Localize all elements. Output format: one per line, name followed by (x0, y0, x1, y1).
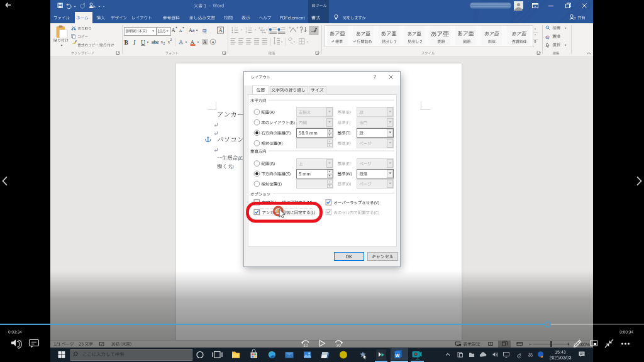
svg-text:W: W (396, 353, 400, 358)
